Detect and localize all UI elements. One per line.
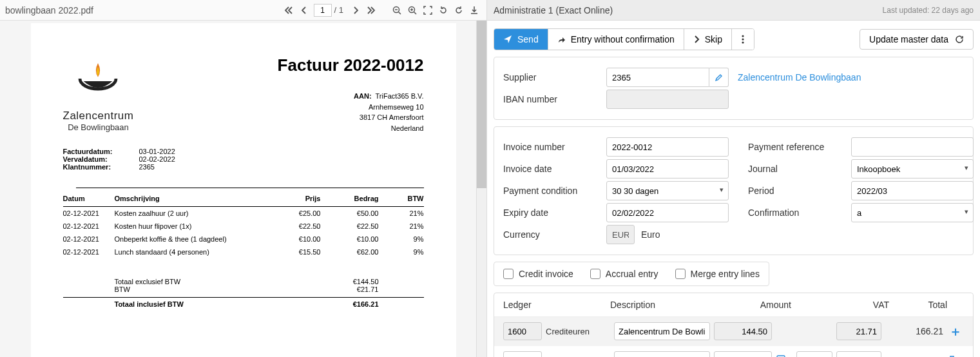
entry-without-confirmation-button[interactable]: Entry without confirmation: [548, 29, 684, 50]
confirmation-label: Confirmation: [748, 207, 851, 218]
credit-invoice-checkbox[interactable]: Credit invoice: [503, 269, 573, 279]
payment-ref-label: Payment reference: [748, 142, 851, 152]
pdf-page: Zalencentrum De Bowlingbaan Factuur 2022…: [31, 23, 456, 357]
payment-condition-select[interactable]: [606, 181, 729, 200]
invoice-date-label: Invoice date: [503, 164, 606, 174]
last-updated: Last updated: 22 days ago: [883, 6, 974, 15]
dots-vertical-icon: [742, 35, 744, 44]
credit-invoice-label: Credit invoice: [519, 269, 573, 279]
amount-input: [714, 322, 772, 340]
fullscreen-icon[interactable]: [421, 3, 435, 17]
merge-entry-lines-checkbox[interactable]: Merge entry lines: [675, 269, 760, 279]
svg-line-1: [399, 12, 401, 14]
table-row: Algemene kos... 60.50: [494, 346, 973, 357]
accrual-entry-label: Accrual entry: [606, 269, 658, 279]
zoom-out-icon[interactable]: [390, 3, 404, 17]
confirmation-select[interactable]: [851, 203, 974, 222]
pdf-scrollbar[interactable]: [476, 21, 486, 357]
to-name: TriFact365 B.V.: [376, 92, 424, 100]
checkbox-row: Credit invoice Accrual entry Merge entry…: [494, 262, 769, 286]
period-input[interactable]: [851, 181, 974, 200]
pdf-filename: bowlingbaan 2022.pdf: [5, 5, 282, 15]
prev-page-icon[interactable]: [297, 3, 311, 17]
entry-lines-table: Ledger Description Amount VAT Total Cred…: [494, 293, 974, 357]
download-icon[interactable]: [467, 3, 481, 17]
refresh-icon: [955, 35, 964, 44]
description-input[interactable]: [614, 351, 710, 357]
invoice-date-input[interactable]: [606, 159, 729, 179]
amount-input[interactable]: [714, 351, 772, 357]
chevron-right-icon: [693, 35, 700, 43]
svg-point-7: [742, 35, 744, 37]
col-bedrag: Bedrag: [321, 195, 379, 202]
rotate-left-icon[interactable]: [436, 3, 450, 17]
th-vat: VAT: [791, 300, 889, 310]
invoice-line: 02-12-2021Lunch standaard (4 personen)€1…: [63, 246, 424, 258]
to-country: Nederland: [391, 124, 424, 132]
page-number-input[interactable]: [314, 4, 332, 17]
supplier-card: Supplier Zalencentrum De Bowlingbaan IBA…: [494, 57, 974, 120]
zoom-in-icon[interactable]: [405, 3, 419, 17]
invoice-table: Datum Omschrijving Prijs Bedrag BTW 02-1…: [63, 188, 424, 258]
currency-code: [606, 225, 635, 244]
meta-value: 02-02-2022: [139, 155, 175, 163]
th-ledger: Ledger: [503, 300, 610, 310]
more-actions-button[interactable]: [732, 29, 754, 50]
add-row-button[interactable]: ＋: [949, 324, 962, 338]
skip-label: Skip: [705, 34, 722, 44]
rotate-right-icon[interactable]: [452, 3, 466, 17]
expiry-date-label: Expiry date: [503, 207, 606, 218]
vat-select[interactable]: [796, 351, 832, 357]
invoice-title: Factuur 2022-0012: [278, 55, 424, 75]
supplier-label: Supplier: [503, 72, 606, 82]
action-bar: Send Entry without confirmation Skip: [487, 21, 980, 57]
edit-supplier-button[interactable]: [709, 68, 729, 87]
journal-select[interactable]: [851, 159, 974, 179]
vat-input[interactable]: [836, 351, 881, 357]
next-page-icon[interactable]: [349, 3, 363, 17]
send-icon: [503, 35, 512, 44]
meta-value: 2365: [139, 163, 155, 171]
update-master-label: Update master data: [869, 34, 948, 44]
row-total: 166.21: [885, 326, 943, 336]
pdf-toolbar: bowlingbaan 2022.pdf / 1: [0, 0, 486, 21]
expiry-date-input[interactable]: [606, 203, 729, 222]
table-header: Ledger Description Amount VAT Total: [494, 293, 973, 317]
total-btw: €21.71: [276, 285, 379, 293]
skip-button[interactable]: Skip: [684, 29, 732, 50]
svg-point-9: [742, 41, 744, 43]
payment-ref-input[interactable]: [851, 137, 974, 157]
first-page-icon[interactable]: [282, 3, 296, 17]
send-label: Send: [517, 34, 539, 44]
vat-input: [836, 322, 881, 340]
form-panel: Administratie 1 (Exact Online) Last upda…: [487, 0, 980, 357]
iban-input: [606, 90, 729, 109]
ledger-input[interactable]: [503, 351, 542, 357]
update-master-data-button[interactable]: Update master data: [860, 29, 974, 50]
last-page-icon[interactable]: [364, 3, 378, 17]
pdf-nav-controls: / 1: [282, 3, 481, 17]
invoice-recipient: AAN: TriFact365 B.V. Arnhemseweg 10 3817…: [278, 91, 424, 133]
send-button[interactable]: Send: [494, 29, 548, 50]
col-btw: BTW: [379, 195, 424, 202]
entry-wo-conf-label: Entry without confirmation: [571, 34, 675, 44]
description-input[interactable]: [614, 322, 710, 340]
invoice-line: 02-12-2021Kosten huur flipover (1x)€22.5…: [63, 220, 424, 233]
pdf-viewer-panel: bowlingbaan 2022.pdf / 1: [0, 0, 487, 357]
total-excl: €144.50: [276, 278, 379, 285]
col-datum: Datum: [63, 195, 115, 202]
invoice-number-input[interactable]: [606, 137, 729, 157]
meta-label: Vervaldatum:: [63, 155, 121, 163]
supplier-code-input[interactable]: [606, 68, 709, 87]
meta-label: Factuurdatum:: [63, 148, 121, 155]
accrual-entry-checkbox[interactable]: Accrual entry: [590, 269, 658, 279]
supplier-link[interactable]: Zalencentrum De Bowlingbaan: [738, 72, 861, 82]
invoice-number-label: Invoice number: [503, 142, 606, 152]
col-prijs: Prijs: [263, 195, 321, 202]
total-excl-label: Totaal exclusief BTW: [115, 278, 276, 285]
svg-point-8: [742, 38, 744, 40]
to-city: 3817 CH Amersfoort: [360, 113, 424, 121]
meta-label: Klantnummer:: [63, 163, 121, 171]
th-amount: Amount: [713, 300, 791, 310]
ledger-input: [503, 322, 542, 340]
